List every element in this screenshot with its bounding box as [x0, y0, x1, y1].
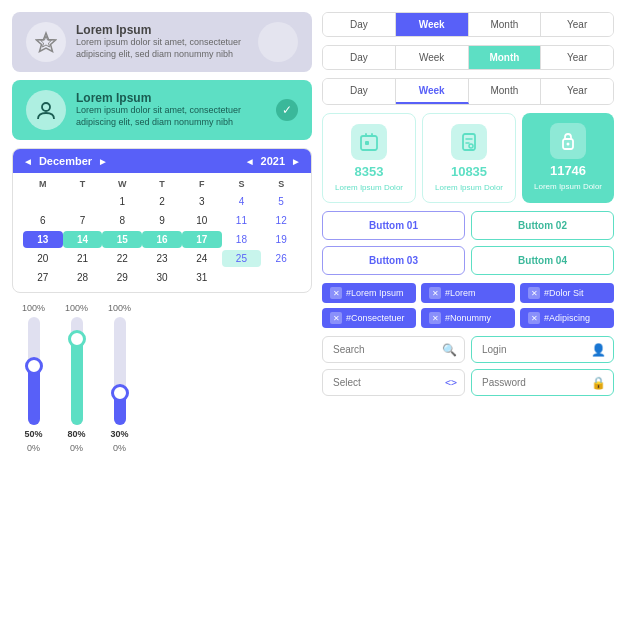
- tab-month-3[interactable]: Month: [469, 79, 542, 104]
- tag-close-icon[interactable]: ✕: [330, 287, 342, 299]
- card-teal: Lorem Ipsum Lorem ipsum dolor sit amet, …: [12, 80, 312, 140]
- card-teal-icon: [26, 90, 66, 130]
- cal-day[interactable]: 27: [23, 269, 63, 286]
- tab-group-3: Day Week Month Year: [322, 78, 614, 105]
- calendar-header: ◄ December ► ◄ 2021 ►: [13, 149, 311, 173]
- cal-day[interactable]: 10: [182, 212, 222, 229]
- select-icon: <>: [445, 377, 457, 388]
- stat-label-2: Lorem Ipsum Dolor: [435, 183, 503, 192]
- svg-point-2: [42, 103, 50, 111]
- card-gray-avatar: [258, 22, 298, 62]
- cal-day[interactable]: 22: [102, 250, 142, 267]
- password-input-wrap: 🔒: [471, 369, 614, 396]
- tab-week-2[interactable]: Week: [396, 46, 469, 69]
- cal-day-highlighted[interactable]: 16: [142, 231, 182, 248]
- cal-day-highlighted[interactable]: 15: [102, 231, 142, 248]
- cal-day[interactable]: 1: [102, 193, 142, 210]
- tag-label-1: #Lorem Ipsum: [346, 288, 404, 298]
- cal-day[interactable]: 7: [63, 212, 103, 229]
- tab-day-3[interactable]: Day: [323, 79, 396, 104]
- tab-year-3[interactable]: Year: [541, 79, 613, 104]
- cal-day-empty: [261, 269, 301, 286]
- calendar-next-month[interactable]: ►: [98, 156, 108, 167]
- cal-day-weekend[interactable]: 19: [261, 231, 301, 248]
- button-03[interactable]: Buttom 03: [322, 246, 465, 275]
- tag-1[interactable]: ✕ #Lorem Ipsum: [322, 283, 416, 303]
- cal-day[interactable]: 24: [182, 250, 222, 267]
- tag-close-icon[interactable]: ✕: [528, 312, 540, 324]
- stat-icon-3: [550, 123, 586, 159]
- cal-day[interactable]: 3: [182, 193, 222, 210]
- card-teal-title: Lorem Ipsum: [76, 91, 266, 105]
- button-02[interactable]: Buttom 02: [471, 211, 614, 240]
- cal-day-highlighted[interactable]: 17: [182, 231, 222, 248]
- slider-1[interactable]: 100% 50% 0%: [22, 303, 45, 453]
- buttons-grid: Buttom 01 Buttom 02 Buttom 03 Buttom 04: [322, 211, 614, 275]
- tag-close-icon[interactable]: ✕: [528, 287, 540, 299]
- login-icon: 👤: [591, 343, 606, 357]
- stat-card-1: 8353 Lorem Ipsum Dolor: [322, 113, 416, 203]
- stat-label-3: Lorem Ipsum Dolor: [534, 182, 602, 191]
- calendar-days: 1 2 3 4 5 6 7 8 9 10 11 12 13 14 15: [23, 193, 301, 286]
- select-input[interactable]: [322, 369, 465, 396]
- tab-group-2: Day Week Month Year: [322, 45, 614, 70]
- select-input-wrap: <>: [322, 369, 465, 396]
- button-01[interactable]: Buttom 01: [322, 211, 465, 240]
- tag-close-icon[interactable]: ✕: [330, 312, 342, 324]
- cal-day-weekend[interactable]: 26: [261, 250, 301, 267]
- tab-year-2[interactable]: Year: [541, 46, 613, 69]
- card-gray: Lorem Ipsum Lorem ipsum dolor sit amet, …: [12, 12, 312, 72]
- svg-marker-1: [41, 36, 52, 47]
- card-teal-text: Lorem Ipsum Lorem ipsum dolor sit amet, …: [76, 91, 266, 128]
- cal-day-weekend[interactable]: 5: [261, 193, 301, 210]
- search-input-wrap: 🔍: [322, 336, 465, 363]
- cal-day[interactable]: 21: [63, 250, 103, 267]
- tag-2[interactable]: ✕ #Lorem: [421, 283, 515, 303]
- tag-3[interactable]: ✕ #Dolor Sit: [520, 283, 614, 303]
- slider-3[interactable]: 100% 30% 0%: [108, 303, 131, 453]
- tab-week-1[interactable]: Week: [396, 13, 469, 36]
- cal-day-empty[interactable]: [63, 193, 103, 210]
- cal-day[interactable]: 6: [23, 212, 63, 229]
- tag-close-icon[interactable]: ✕: [429, 287, 441, 299]
- stat-number-2: 10835: [451, 164, 487, 179]
- tab-day-1[interactable]: Day: [323, 13, 396, 36]
- cal-day[interactable]: 30: [142, 269, 182, 286]
- cal-day-weekend[interactable]: 25: [222, 250, 262, 267]
- calendar-next-year[interactable]: ►: [291, 156, 301, 167]
- cal-day[interactable]: 31: [182, 269, 222, 286]
- cal-day[interactable]: 20: [23, 250, 63, 267]
- tag-4[interactable]: ✕ #Consectetuer: [322, 308, 416, 328]
- calendar-prev-year[interactable]: ◄: [245, 156, 255, 167]
- cal-day[interactable]: 8: [102, 212, 142, 229]
- cal-day-weekend[interactable]: 4: [222, 193, 262, 210]
- tab-month-2[interactable]: Month: [469, 46, 542, 69]
- cal-day-weekend[interactable]: 11: [222, 212, 262, 229]
- svg-point-8: [567, 143, 570, 146]
- cal-day-today[interactable]: 13: [23, 231, 63, 248]
- cal-day-empty[interactable]: [23, 193, 63, 210]
- cal-day-weekend[interactable]: 18: [222, 231, 262, 248]
- calendar-grid: M T W T F S S 1 2 3 4 5: [13, 173, 311, 292]
- tag-close-icon[interactable]: ✕: [429, 312, 441, 324]
- tab-day-2[interactable]: Day: [323, 46, 396, 69]
- button-04[interactable]: Buttom 04: [471, 246, 614, 275]
- tab-week-3[interactable]: Week: [396, 79, 469, 104]
- cal-day[interactable]: 9: [142, 212, 182, 229]
- cal-day-highlighted[interactable]: 14: [63, 231, 103, 248]
- tag-5[interactable]: ✕ #Nonummy: [421, 308, 515, 328]
- calendar-month-section: ◄ December ►: [23, 155, 108, 167]
- tag-6[interactable]: ✕ #Adipiscing: [520, 308, 614, 328]
- tab-group-1: Day Week Month Year: [322, 12, 614, 37]
- tab-month-1[interactable]: Month: [469, 13, 542, 36]
- search-icon: 🔍: [442, 343, 457, 357]
- cal-day[interactable]: 23: [142, 250, 182, 267]
- slider-2[interactable]: 100% 80% 0%: [65, 303, 88, 453]
- cal-day[interactable]: 2: [142, 193, 182, 210]
- calendar-prev-month[interactable]: ◄: [23, 156, 33, 167]
- cal-day[interactable]: 28: [63, 269, 103, 286]
- cal-day-weekend[interactable]: 12: [261, 212, 301, 229]
- cal-day[interactable]: 29: [102, 269, 142, 286]
- tab-year-1[interactable]: Year: [541, 13, 613, 36]
- tag-label-3: #Dolor Sit: [544, 288, 584, 298]
